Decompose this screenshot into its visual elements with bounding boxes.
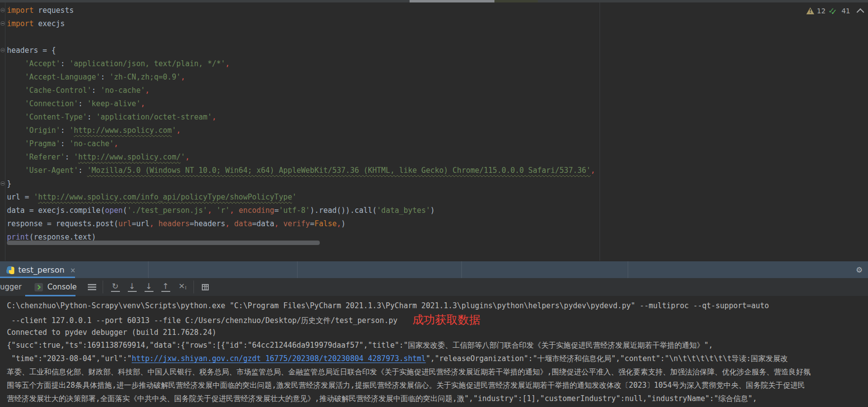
console-line: "time":"2023-08-04","url":"http://jxw.sh…: [7, 352, 868, 366]
code-token: :: [78, 99, 87, 108]
code-area[interactable]: import requestsimport execjsheaders = { …: [7, 4, 595, 244]
code-token: ): [430, 206, 435, 215]
code-url-token[interactable]: http://www.spolicy.com/: [78, 153, 181, 162]
gear-icon[interactable]: ⚙: [857, 264, 862, 275]
console-link[interactable]: http://jxw.shiyan.gov.cn/gzdt_16775/2023…: [132, 354, 426, 363]
code-token: [7, 113, 25, 122]
code-token: =: [310, 219, 314, 228]
code-url-token[interactable]: http://www.spolicy.com: [74, 126, 172, 135]
code-token: ,: [145, 86, 150, 95]
code-token: ).read()).call(: [310, 206, 377, 215]
scroll-to-end-icon[interactable]: ↓: [128, 283, 137, 292]
code-token: ': [292, 193, 297, 202]
panel-splitter[interactable]: [628, 261, 628, 279]
code-line: 'User-Agent': 'Mozilla/5.0 (Windows NT 1…: [7, 164, 595, 177]
tab-console[interactable]: Console: [35, 278, 77, 296]
code-token: :: [78, 166, 87, 175]
code-token: headers: [158, 219, 189, 228]
tool-window-tab-bar: test_person × ⚙: [0, 261, 868, 278]
code-token: 'utf-8': [279, 206, 310, 215]
fold-marker-icon[interactable]: [0, 21, 5, 26]
code-token: ,: [226, 59, 230, 68]
code-token: 'data_bytes': [377, 206, 430, 215]
fold-marker-icon[interactable]: [0, 181, 5, 186]
warning-glyph: !: [809, 8, 812, 14]
code-token: [7, 166, 25, 175]
code-token: ': [181, 153, 185, 162]
panel-splitter[interactable]: [148, 261, 149, 279]
menu-icon[interactable]: [88, 284, 96, 290]
code-token: data: [234, 219, 252, 228]
code-token: [7, 86, 25, 95]
code-token: --client 127.0.0.1 --port 60313 --file C…: [7, 316, 398, 325]
code-token: ,: [274, 219, 279, 228]
code-token: :: [60, 59, 69, 68]
editor-horizontal-scrollbar[interactable]: [7, 241, 320, 245]
code-token: encoding: [239, 206, 274, 215]
code-line: }: [7, 177, 595, 191]
panel-splitter[interactable]: [461, 261, 462, 279]
code-token: 'no-cache': [69, 139, 113, 148]
code-token: 'Connection': [25, 99, 78, 108]
code-token: requests: [34, 6, 74, 15]
console-line: 营经济发展壮大的决策部署,全面落实《中共中央、国务院关于促进民营经济发展壮大的意…: [7, 392, 868, 406]
console-output[interactable]: C:\chenzhuo\Python-Scrapy\venv\Scripts\p…: [7, 299, 868, 407]
warning-count: 12: [817, 7, 826, 15]
code-token: ","releaseOrganization":"十堰市经济和信息化局","co…: [426, 354, 788, 363]
code-token: ,: [337, 219, 341, 228]
right-margin-guide: [600, 2, 600, 261]
console-line: 革委、工业和信息化部、财政部、科技部、中国人民银行、税务总局、市场监管总局、金融…: [7, 366, 868, 379]
code-token: open: [105, 206, 123, 215]
panel-splitter[interactable]: [297, 261, 298, 279]
code-token: ': [34, 193, 38, 202]
scroll-up-icon[interactable]: ↑: [161, 283, 170, 292]
code-line: data = execjs.compile(open('./test_perso…: [7, 204, 595, 217]
code-token: './test_person.js': [127, 206, 208, 215]
code-line: url = 'http://www.spolicy.com/info_api/p…: [7, 191, 595, 204]
code-token: headers = {: [7, 46, 56, 55]
step-down-icon[interactable]: ↓: [145, 283, 153, 292]
code-line: import requests: [7, 4, 595, 17]
close-icon[interactable]: ×: [71, 265, 75, 275]
tab-test-person[interactable]: test_person ×: [0, 261, 75, 279]
code-token: 'Pragma': [25, 139, 60, 148]
inspections-widget[interactable]: ! 12 ✓ ✓ 41: [806, 6, 863, 15]
code-url-token[interactable]: 'Mozilla/5.0 (Windows NT 10.0; Win64; x6…: [87, 166, 591, 175]
code-token: data = execjs.compile(: [7, 206, 105, 215]
tab-label: test_person: [18, 265, 65, 275]
typo-check-icon: ✓ ✓: [828, 6, 839, 15]
code-token: 营经济发展壮大的决策部署,全面落实《中共中央、国务院关于促进民营经济发展壮大的意…: [7, 394, 757, 403]
console-toolbar: ugger Console ↻ ↓ ↓ ↑ ×I: [0, 278, 868, 296]
fold-marker-icon[interactable]: [0, 8, 5, 12]
code-url-token[interactable]: http://www.spolicy.com/info_api/policyTy…: [38, 193, 292, 202]
console-line: --client 127.0.0.1 --port 60313 --file C…: [7, 313, 868, 326]
code-token: 'keep-alive': [87, 99, 141, 108]
code-token: [7, 73, 25, 81]
code-token: ,: [230, 206, 234, 215]
code-token: "time":"2023-08-04","url":": [7, 354, 132, 363]
code-token: verify: [283, 219, 310, 228]
grid-icon[interactable]: [202, 284, 209, 290]
code-token: [234, 206, 239, 215]
code-token: False: [314, 219, 337, 228]
code-token: 'Content-Type': [25, 113, 87, 122]
code-token: 'Referer': [25, 153, 65, 162]
console-line: C:\chenzhuo\Python-Scrapy\venv\Scripts\p…: [7, 299, 868, 313]
code-token: 'application/json, text/plain, */*': [69, 59, 225, 68]
code-token: ,: [212, 113, 216, 122]
code-line: 'Accept-Language': 'zh-CN,zh;q=0.9',: [7, 71, 595, 84]
code-token: [7, 59, 25, 68]
code-token: import: [7, 19, 34, 28]
code-line: headers = {: [7, 44, 595, 57]
fold-marker-icon[interactable]: [0, 48, 5, 52]
code-token: [7, 126, 25, 135]
rerun-icon[interactable]: ↻: [111, 283, 120, 292]
tab-debugger[interactable]: ugger: [0, 283, 21, 291]
code-token: response = requests.post(: [7, 219, 118, 228]
python-file-icon: [6, 266, 14, 274]
clear-output-icon[interactable]: ×I: [178, 282, 187, 292]
toolbar-separator: [193, 281, 194, 293]
code-editor[interactable]: import requestsimport execjsheaders = { …: [0, 2, 868, 261]
code-line: 'Origin': 'http://www.spolicy.com',: [7, 124, 595, 137]
chevron-up-icon[interactable]: [857, 8, 865, 16]
